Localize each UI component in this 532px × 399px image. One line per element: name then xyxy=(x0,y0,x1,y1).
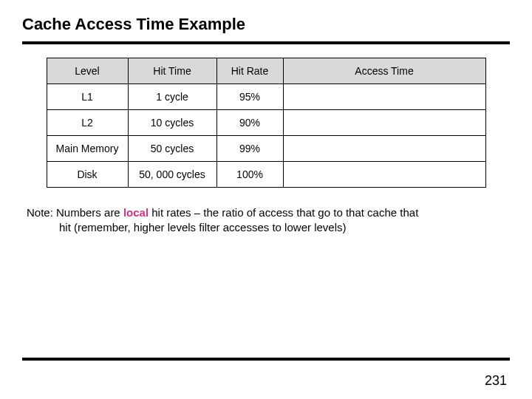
cache-table: Level Hit Time Hit Rate Access Time L1 1… xyxy=(47,58,486,188)
col-access-time: Access Time xyxy=(283,58,485,84)
table-row: Main Memory 50 cycles 99% xyxy=(47,136,485,162)
cell-access xyxy=(283,110,485,136)
cell-hit-time: 50 cycles xyxy=(128,136,216,162)
table-header-row: Level Hit Time Hit Rate Access Time xyxy=(47,58,485,84)
cell-level: Disk xyxy=(47,162,128,188)
note-line1-rest: hit rates – the ratio of access that go … xyxy=(149,206,418,219)
page-number: 231 xyxy=(485,373,507,389)
col-hit-rate: Hit Rate xyxy=(216,58,283,84)
table-row: L1 1 cycle 95% xyxy=(47,84,485,110)
cell-hit-rate: 100% xyxy=(216,162,283,188)
cell-hit-time: 10 cycles xyxy=(128,110,216,136)
col-level: Level xyxy=(47,58,128,84)
title-rule xyxy=(22,41,510,44)
page-title: Cache Access Time Example xyxy=(22,15,510,34)
table-row: Disk 50, 000 cycles 100% xyxy=(47,162,485,188)
footer-rule xyxy=(22,358,510,361)
cell-level: Main Memory xyxy=(47,136,128,162)
cell-level: L1 xyxy=(47,84,128,110)
slide: Cache Access Time Example Level Hit Time… xyxy=(0,0,532,399)
note-text: Note: Numbers are local hit rates – the … xyxy=(27,205,510,236)
cell-hit-rate: 90% xyxy=(216,110,283,136)
cache-table-wrap: Level Hit Time Hit Rate Access Time L1 1… xyxy=(47,58,486,188)
cell-hit-rate: 99% xyxy=(216,136,283,162)
cell-access xyxy=(283,136,485,162)
note-line2: hit (remember, higher levels filter acce… xyxy=(27,220,502,235)
cell-level: L2 xyxy=(47,110,128,136)
table-row: L2 10 cycles 90% xyxy=(47,110,485,136)
note-prefix: Note: Numbers are xyxy=(27,206,123,219)
col-hit-time: Hit Time xyxy=(128,58,216,84)
cell-hit-time: 50, 000 cycles xyxy=(128,162,216,188)
cell-hit-time: 1 cycle xyxy=(128,84,216,110)
cell-hit-rate: 95% xyxy=(216,84,283,110)
cell-access xyxy=(283,162,485,188)
cell-access xyxy=(283,84,485,110)
note-emph: local xyxy=(123,206,149,219)
